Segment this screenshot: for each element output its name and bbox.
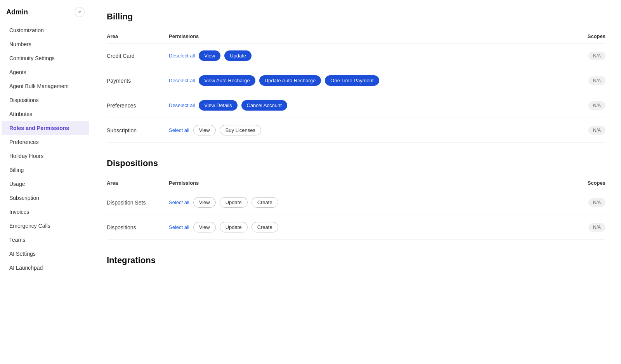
area-cell: Dispositions [107,215,169,240]
scope-cell: N/A [574,118,605,143]
permissions-cell: Select allViewBuy Licenses [169,118,574,143]
table-row: Credit CardDeselect allViewUpdateN/A [107,43,605,68]
sidebar-item-continuity-settings[interactable]: Continuity Settings [2,51,89,65]
sidebar-nav: CustomizationNumbersContinuity SettingsA… [0,22,91,276]
sidebar-item-preferences[interactable]: Preferences [2,135,89,149]
sidebar: Admin « CustomizationNumbersContinuity S… [0,0,91,364]
scope-badge: N/A [588,101,605,110]
scope-cell: N/A [574,215,605,240]
sidebar-item-roles-and-permissions[interactable]: Roles and Permissions [2,121,89,135]
area-cell: Disposition Sets [107,190,169,215]
area-cell: Credit Card [107,43,169,68]
permission-button-view[interactable]: View [193,125,216,135]
sidebar-item-holiday-hours[interactable]: Holiday Hours [2,149,89,163]
sidebar-item-ai-settings[interactable]: AI Settings [2,247,89,261]
deselect-all-link[interactable]: Deselect all [169,102,195,108]
area-cell: Preferences [107,93,169,118]
permission-button-update[interactable]: Update [220,222,248,232]
permission-button-update[interactable]: Update [220,197,248,208]
permission-button-create[interactable]: Create [252,222,278,232]
scope-cell: N/A [574,43,605,68]
select-all-link[interactable]: Select all [169,127,189,133]
permission-button-view-auto-recharge[interactable]: View Auto Recharge [199,75,255,86]
select-all-link[interactable]: Select all [169,199,189,205]
sidebar-item-ai-launchpad[interactable]: AI Launchpad [2,261,89,275]
permissions-cell: Deselect allViewUpdate [169,43,574,68]
dispositions-area-header: Area [107,176,169,190]
permission-button-update-auto-recharge[interactable]: Update Auto Recharge [259,75,321,86]
sidebar-item-teams[interactable]: Teams [2,233,89,247]
sidebar-item-numbers[interactable]: Numbers [2,37,89,51]
table-row: Disposition SetsSelect allViewUpdateCrea… [107,190,605,215]
billing-scopes-header: Scopes [574,29,605,43]
permission-button-buy-licenses[interactable]: Buy Licenses [220,125,261,135]
billing-permissions-header: Permissions [169,29,574,43]
table-row: DispositionsSelect allViewUpdateCreateN/… [107,215,605,240]
permission-button-view-details[interactable]: View Details [199,100,237,111]
sidebar-item-dispositions[interactable]: Dispositions [2,93,89,107]
permission-button-one-time-payment[interactable]: One Time Payment [325,75,379,86]
sidebar-item-attributes[interactable]: Attributes [2,107,89,121]
scope-badge: N/A [588,198,605,207]
sidebar-item-agent-bulk-management[interactable]: Agent Bulk Management [2,79,89,93]
scope-cell: N/A [574,68,605,93]
dispositions-permissions-header: Permissions [169,176,574,190]
sidebar-item-usage[interactable]: Usage [2,177,89,191]
collapse-button[interactable]: « [75,7,85,17]
permissions-cell: Deselect allView Auto RechargeUpdate Aut… [169,68,574,93]
permission-button-view[interactable]: View [193,222,216,232]
integrations-section-title: Integrations [107,255,605,265]
main-content: Billing Area Permissions Scopes Credit C… [91,0,621,364]
sidebar-header: Admin « [0,0,91,22]
select-all-link[interactable]: Select all [169,224,189,230]
scope-badge: N/A [588,52,605,60]
permission-button-view[interactable]: View [193,197,216,208]
deselect-all-link[interactable]: Deselect all [169,78,195,83]
deselect-all-link[interactable]: Deselect all [169,53,195,59]
sidebar-title: Admin [6,8,28,16]
permissions-cell: Select allViewUpdateCreate [169,190,574,215]
permissions-cell: Deselect allView DetailsCancel Account [169,93,574,118]
billing-section-title: Billing [107,12,605,22]
sidebar-item-billing[interactable]: Billing [2,163,89,177]
table-row: PreferencesDeselect allView DetailsCance… [107,93,605,118]
sidebar-item-subscription[interactable]: Subscription [2,191,89,205]
sidebar-item-customization[interactable]: Customization [2,23,89,37]
area-cell: Subscription [107,118,169,143]
scope-cell: N/A [574,93,605,118]
permissions-cell: Select allViewUpdateCreate [169,215,574,240]
permission-button-view[interactable]: View [199,50,220,61]
scope-badge: N/A [588,126,605,135]
scope-cell: N/A [574,190,605,215]
scope-badge: N/A [588,76,605,85]
dispositions-table: Area Permissions Scopes Disposition Sets… [107,176,605,240]
dispositions-section-title: Dispositions [107,158,605,168]
sidebar-item-emergency-calls[interactable]: Emergency Calls [2,219,89,233]
area-cell: Payments [107,68,169,93]
permission-button-cancel-account[interactable]: Cancel Account [241,100,287,111]
sidebar-item-invoices[interactable]: Invoices [2,205,89,219]
scope-badge: N/A [588,223,605,232]
billing-area-header: Area [107,29,169,43]
billing-table: Area Permissions Scopes Credit CardDesel… [107,29,605,143]
permission-button-create[interactable]: Create [252,197,278,208]
sidebar-item-agents[interactable]: Agents [2,65,89,79]
permission-button-update[interactable]: Update [224,50,252,61]
table-row: SubscriptionSelect allViewBuy LicensesN/… [107,118,605,143]
table-row: PaymentsDeselect allView Auto RechargeUp… [107,68,605,93]
dispositions-scopes-header: Scopes [574,176,605,190]
